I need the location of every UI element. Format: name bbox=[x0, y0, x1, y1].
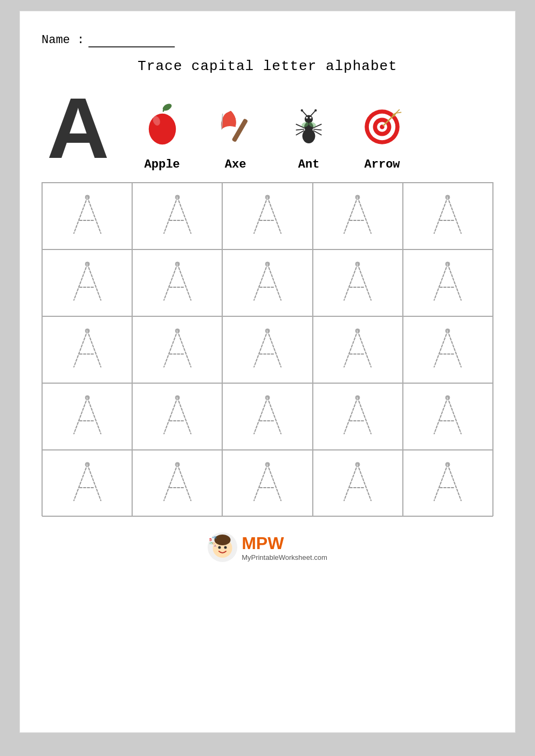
svg-text:1: 1 bbox=[86, 463, 88, 467]
trace-cell[interactable]: 1 bbox=[42, 450, 132, 517]
trace-cell[interactable]: 1 bbox=[42, 183, 132, 249]
svg-line-33 bbox=[87, 197, 101, 233]
trace-letter-a: 1 bbox=[339, 395, 376, 438]
trace-cell[interactable]: 1 bbox=[222, 316, 312, 383]
trace-cell[interactable]: 1 bbox=[313, 316, 403, 383]
trace-letter-a: 1 bbox=[159, 395, 196, 438]
trace-cell[interactable]: 1 bbox=[313, 249, 403, 316]
svg-line-170 bbox=[344, 464, 358, 501]
trace-letter-a: 1 bbox=[249, 462, 286, 505]
svg-line-74 bbox=[254, 264, 268, 300]
svg-text:A: A bbox=[214, 544, 216, 547]
svg-line-62 bbox=[74, 264, 87, 300]
trace-cell[interactable]: 1 bbox=[403, 450, 493, 517]
trace-cell[interactable]: 1 bbox=[222, 450, 312, 517]
svg-line-122 bbox=[74, 398, 87, 434]
trace-cell[interactable]: 1 bbox=[403, 383, 493, 450]
arrow-label: Arrow bbox=[365, 158, 400, 171]
axe-icon bbox=[209, 100, 263, 154]
svg-text:1: 1 bbox=[447, 263, 448, 266]
svg-line-141 bbox=[358, 398, 371, 434]
svg-line-140 bbox=[344, 398, 358, 434]
svg-line-153 bbox=[87, 464, 101, 501]
trace-letter-a: 1 bbox=[339, 195, 376, 238]
svg-line-98 bbox=[164, 331, 177, 367]
trace-cell[interactable]: 1 bbox=[132, 183, 222, 249]
trace-cell[interactable]: 1 bbox=[222, 383, 312, 450]
trace-cell[interactable]: 1 bbox=[403, 249, 493, 316]
svg-line-93 bbox=[87, 331, 101, 367]
svg-line-134 bbox=[254, 398, 268, 434]
image-item-ant: Ant bbox=[282, 100, 336, 171]
trace-letter-a: 1 bbox=[68, 195, 106, 238]
svg-line-152 bbox=[74, 464, 87, 501]
name-underline bbox=[88, 33, 175, 47]
svg-line-69 bbox=[177, 264, 191, 300]
trace-cell[interactable]: 1 bbox=[42, 383, 132, 450]
svg-line-159 bbox=[177, 464, 191, 501]
trace-letter-a: 1 bbox=[68, 462, 106, 505]
svg-text:1: 1 bbox=[266, 196, 268, 199]
svg-text:1: 1 bbox=[356, 463, 358, 467]
trace-cell[interactable]: 1 bbox=[132, 249, 222, 316]
big-letter-a: A bbox=[47, 85, 109, 171]
ant-icon bbox=[282, 100, 336, 154]
svg-point-9 bbox=[306, 116, 307, 118]
svg-line-32 bbox=[74, 197, 87, 233]
name-row: Name : bbox=[42, 33, 493, 47]
svg-text:1: 1 bbox=[356, 330, 358, 333]
image-item-apple: Apple bbox=[135, 100, 189, 171]
svg-line-146 bbox=[434, 398, 448, 434]
svg-point-8 bbox=[305, 115, 313, 123]
trace-letter-a: 1 bbox=[429, 462, 467, 505]
trace-cell[interactable]: 1 bbox=[132, 383, 222, 450]
trace-cell[interactable]: 1 bbox=[313, 450, 403, 517]
svg-line-123 bbox=[87, 398, 101, 434]
svg-line-51 bbox=[358, 197, 371, 233]
svg-point-10 bbox=[310, 116, 311, 118]
trace-cell[interactable]: 1 bbox=[403, 183, 493, 249]
svg-text:1: 1 bbox=[447, 196, 448, 199]
brand-text: MPW bbox=[242, 533, 327, 553]
trace-letter-a: 1 bbox=[429, 261, 467, 304]
svg-text:1: 1 bbox=[266, 330, 268, 333]
svg-line-80 bbox=[344, 264, 358, 300]
svg-line-105 bbox=[268, 331, 281, 367]
trace-letter-a: 1 bbox=[249, 328, 286, 371]
svg-text:1: 1 bbox=[176, 463, 178, 467]
trace-cell[interactable]: 1 bbox=[42, 316, 132, 383]
trace-cell[interactable]: 1 bbox=[222, 249, 312, 316]
svg-line-171 bbox=[358, 464, 371, 501]
trace-letter-a: 1 bbox=[68, 328, 106, 371]
trace-cell[interactable]: 1 bbox=[42, 249, 132, 316]
svg-point-13 bbox=[301, 109, 303, 111]
axe-label: Axe bbox=[225, 158, 246, 171]
svg-text:1: 1 bbox=[266, 463, 268, 467]
trace-letter-a: 1 bbox=[339, 261, 376, 304]
svg-line-135 bbox=[268, 398, 281, 434]
svg-line-39 bbox=[177, 197, 191, 233]
svg-line-44 bbox=[254, 197, 268, 233]
trace-letter-a: 1 bbox=[339, 462, 376, 505]
svg-text:1: 1 bbox=[447, 330, 448, 333]
svg-text:1: 1 bbox=[447, 463, 448, 467]
svg-text:1: 1 bbox=[86, 196, 88, 199]
svg-text:1: 1 bbox=[176, 196, 178, 199]
page-title: Trace capital letter alphabet bbox=[42, 58, 493, 74]
trace-grid: 1 1 1 bbox=[42, 182, 493, 516]
trace-cell[interactable]: 1 bbox=[132, 450, 222, 517]
svg-line-19 bbox=[313, 129, 321, 130]
trace-cell[interactable]: 1 bbox=[222, 183, 312, 249]
svg-line-68 bbox=[164, 264, 177, 300]
trace-cell[interactable]: 1 bbox=[132, 316, 222, 383]
trace-letter-a: 1 bbox=[159, 195, 196, 238]
trace-letter-a: 1 bbox=[159, 462, 196, 505]
trace-letter-a: 1 bbox=[68, 395, 106, 438]
trace-cell[interactable]: 1 bbox=[403, 316, 493, 383]
trace-cell[interactable]: 1 bbox=[313, 383, 403, 450]
svg-text:1: 1 bbox=[86, 397, 88, 400]
svg-point-2 bbox=[148, 114, 175, 145]
trace-cell[interactable]: 1 bbox=[313, 183, 403, 249]
svg-line-99 bbox=[177, 331, 191, 367]
trace-letter-a: 1 bbox=[249, 261, 286, 304]
